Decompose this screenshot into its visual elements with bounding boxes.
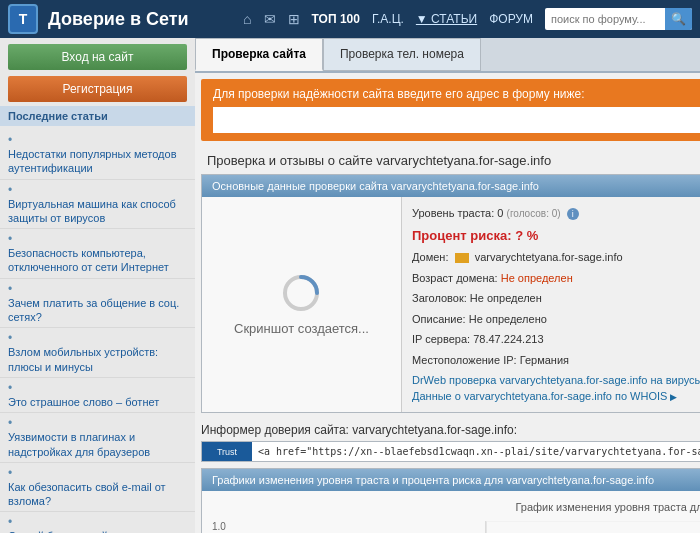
loading-spinner-icon [281, 273, 321, 313]
check-form-label: Для проверки надёжности сайта введите ег… [213, 87, 700, 101]
description-label: Описание: [412, 313, 466, 325]
mail-icon[interactable]: ✉ [264, 11, 276, 27]
percent-value: ? % [515, 228, 538, 243]
search-button[interactable]: 🔍 [665, 8, 692, 30]
informer-box: Trust <a href="https://xn--blaefebsd1cwa… [201, 441, 700, 462]
tab-check-phone[interactable]: Проверка тел. номера [323, 38, 481, 71]
graph-y-label-top: 1.0 [212, 521, 242, 532]
info-icon[interactable]: i [567, 208, 579, 220]
graph-svg [242, 521, 700, 533]
main-content: Проверка сайта Проверка тел. номера Для … [195, 38, 700, 533]
article-link[interactable]: Зачем платить за общение в соц. сетях? [8, 296, 187, 325]
title-label: Заголовок: [412, 292, 467, 304]
list-item: Взлом мобильных устройств: плюсы и минус… [0, 328, 195, 378]
age-label: Возраст домена: [412, 272, 498, 284]
informer-code[interactable]: <a href="https://xn--blaefebsd1cwaqn.xn-… [252, 442, 700, 461]
article-link[interactable]: Как обезопасить свой e-mail от взлома? [8, 480, 187, 509]
nav-articles[interactable]: ▼ СТАТЬИ [416, 12, 477, 26]
results-box: Основные данные проверки сайта varvarych… [201, 174, 700, 413]
list-item: Как обезопасить свой e-mail от взлома? [0, 463, 195, 513]
domain-value: varvarychtetyana.for-sage.info [475, 251, 623, 263]
list-item: Зачем платить за общение в соц. сетях? [0, 279, 195, 329]
screenshot-label: Скриншот создается... [234, 321, 369, 336]
graph-header: Графики изменения уровня траста и процен… [202, 469, 700, 491]
url-input[interactable] [213, 107, 700, 133]
location-value: Германия [520, 354, 569, 366]
description-value: Не определено [469, 313, 547, 325]
nav-links: ⌂ ✉ ⊞ ТОП 100 Г.А.Ц. ▼ СТАТЬИ ФОРУМ 🔍 [243, 8, 692, 30]
article-link[interactable]: Недостатки популярных методов аутентифик… [8, 147, 187, 176]
results-header: Основные данные проверки сайта varvarych… [202, 175, 700, 197]
whois-link[interactable]: Данные о varvarychtetyana.for-sage.info … [412, 388, 700, 404]
percent-label: Процент риска: [412, 228, 512, 243]
sidebar: Вход на сайт Регистрация Последние стать… [0, 38, 195, 533]
register-button[interactable]: Регистрация [8, 76, 187, 102]
age-value: Не определен [501, 272, 573, 284]
search-input[interactable] [545, 13, 665, 25]
logo-icon: Т [8, 4, 38, 34]
graph-area: График изменения уровня траста для varva… [202, 491, 700, 533]
article-link[interactable]: Самый безопасный интернет-браузер? [8, 529, 187, 533]
article-link[interactable]: Взлом мобильных устройств: плюсы и минус… [8, 345, 187, 374]
list-item: Уязвимости в плагинах и надстройках для … [0, 413, 195, 463]
article-link[interactable]: Это страшное слово – ботнет [8, 395, 187, 409]
grid-icon[interactable]: ⊞ [288, 11, 300, 27]
domain-label: Домен: [412, 251, 449, 263]
article-link[interactable]: Виртуальная машина как способ защиты от … [8, 197, 187, 226]
login-button[interactable]: Вход на сайт [8, 44, 187, 70]
results-title: Проверка и отзывы о сайте varvarychtetya… [195, 147, 700, 174]
drweb-link[interactable]: DrWeb проверка varvarychtetyana.for-sage… [412, 372, 700, 388]
graph-chart-title: График изменения уровня траста для varva… [212, 501, 700, 513]
article-link[interactable]: Уязвимости в плагинах и надстройках для … [8, 430, 187, 459]
articles-list: Недостатки популярных методов аутентифик… [0, 126, 195, 533]
trust-label: Уровень траста: [412, 207, 494, 219]
screenshot-col: Скриншот создается... [202, 197, 402, 412]
logo-text: Доверие в Сети [48, 9, 233, 30]
graph-section: Графики изменения уровня траста и процен… [201, 468, 700, 533]
location-label: Местоположение IP: [412, 354, 517, 366]
details-col: Уровень траста: 0 (голосов: 0) i Процент… [402, 197, 700, 412]
informer-logo: Trust [202, 442, 252, 461]
tabs-row: Проверка сайта Проверка тел. номера [195, 38, 700, 73]
articles-section-title: Последние статьи [0, 106, 195, 126]
list-item: Недостатки популярных методов аутентифик… [0, 130, 195, 180]
header: Т Доверие в Сети ⌂ ✉ ⊞ ТОП 100 Г.А.Ц. ▼ … [0, 0, 700, 38]
list-item: Безопасность компьютера, отключенного от… [0, 229, 195, 279]
nav-forum[interactable]: ФОРУМ [489, 12, 533, 26]
home-icon[interactable]: ⌂ [243, 11, 251, 27]
nav-top100[interactable]: ТОП 100 [312, 12, 360, 26]
trust-votes: (голосов: 0) [507, 208, 561, 219]
ip-value: 78.47.224.213 [473, 333, 543, 345]
trust-value: 0 [497, 207, 503, 219]
title-value: Не определен [470, 292, 542, 304]
informer-section: Информер доверия сайта: varvarychtetyana… [201, 419, 700, 462]
ip-label: IP сервера: [412, 333, 470, 345]
check-form-area: Для проверки надёжности сайта введите ег… [201, 79, 700, 141]
domain-icon [455, 253, 469, 263]
nav-faq[interactable]: Г.А.Ц. [372, 12, 404, 26]
list-item: Это страшное слово – ботнет [0, 378, 195, 413]
list-item: Самый безопасный интернет-браузер? [0, 512, 195, 533]
tab-check-site[interactable]: Проверка сайта [195, 38, 323, 71]
article-link[interactable]: Безопасность компьютера, отключенного от… [8, 246, 187, 275]
informer-title: Информер доверия сайта: varvarychtetyana… [201, 419, 700, 441]
list-item: Виртуальная машина как способ защиты от … [0, 180, 195, 230]
search-box: 🔍 [545, 8, 692, 30]
